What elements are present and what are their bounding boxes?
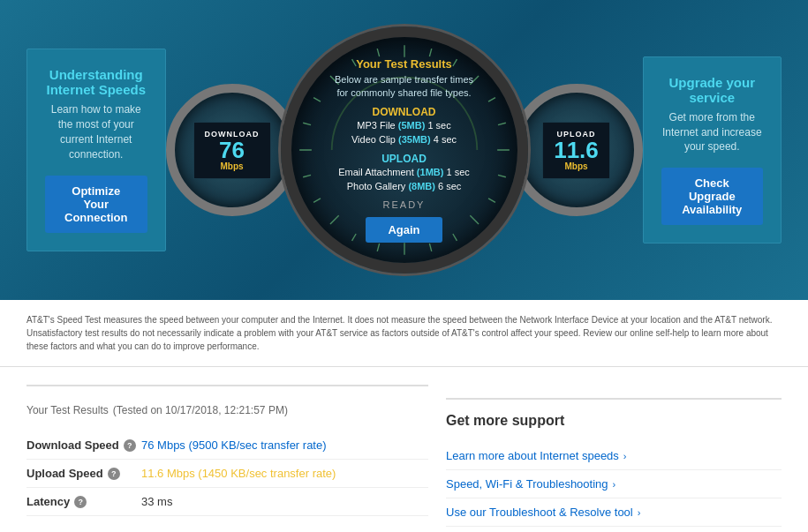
download-gauge-unit: Mbps <box>205 161 260 171</box>
download-gauge: DOWNLOAD 76 Mbps <box>166 84 298 216</box>
optimize-connection-button[interactable]: Optimize Your Connection <box>45 176 147 233</box>
svg-line-20 <box>313 98 321 102</box>
upload-speed-value: 11.6 Mbps (1450 KB/sec transfer rate) <box>141 467 336 480</box>
upload-help-icon[interactable]: ? <box>108 468 120 480</box>
gauge-download-section: DOWNLOAD <box>335 106 473 118</box>
latency-value: 33 ms <box>141 495 172 508</box>
svg-line-4 <box>488 98 495 102</box>
left-card-description: Learn how to make the most of your curre… <box>45 102 147 161</box>
svg-line-8 <box>488 199 495 203</box>
latency-help-icon[interactable]: ? <box>74 496 87 508</box>
svg-line-5 <box>497 123 505 124</box>
again-button[interactable]: Again <box>366 217 442 243</box>
upload-gauge-value: 11.6 <box>554 139 599 161</box>
left-info-card: Understanding Internet Speeds Learn how … <box>26 49 166 251</box>
support-title: Get more support <box>446 398 782 429</box>
results-section: Your Test Results (Tested on 10/17/2018,… <box>0 367 808 532</box>
svg-line-16 <box>313 199 321 203</box>
download-speed-row: Download Speed ? 76 Mbps (9500 KB/sec tr… <box>26 431 428 460</box>
speedometer-container: DOWNLOAD 76 Mbps <box>166 26 643 273</box>
test-results-subtitle: Below are sample transfer timesfor commo… <box>335 73 473 99</box>
download-gauge-value: 76 <box>205 139 260 161</box>
gauge-upload-section: UPLOAD <box>335 153 473 165</box>
support-link-3[interactable]: Use our Troubleshoot & Resolve tool › <box>446 498 782 527</box>
support-panel: Get more support Learn more about Intern… <box>446 385 782 532</box>
upload-speed-row: Upload Speed ? 11.6 Mbps (1450 KB/sec tr… <box>26 460 428 488</box>
left-card-title: Understanding Internet Speeds <box>45 67 147 97</box>
check-upgrade-button[interactable]: Check Upgrade Availability <box>661 168 764 225</box>
download-help-icon[interactable]: ? <box>124 439 136 452</box>
results-panel-title: Your Test Results (Tested on 10/17/2018,… <box>26 400 428 418</box>
download-speed-value: 76 Mbps (9500 KB/sec transfer rate) <box>141 438 327 452</box>
support-link-2[interactable]: Speed, Wi-Fi & Troubleshooting › <box>446 470 782 498</box>
download-speed-label: Download Speed ? <box>26 438 141 452</box>
latency-label: Latency ? <box>26 495 141 508</box>
upload-gauge: UPLOAD 11.6 Mbps <box>510 84 643 216</box>
main-gauge: Your Test Results Below are sample trans… <box>281 26 528 273</box>
right-card-description: Get more from the Internet and increase … <box>661 110 764 154</box>
disclaimer-section: AT&T's Speed Test measures the speed bet… <box>0 300 808 367</box>
chevron-icon-2: › <box>613 479 616 490</box>
gauge-content: Your Test Results Below are sample trans… <box>326 49 482 251</box>
chevron-icon-3: › <box>638 507 641 518</box>
support-link-1[interactable]: Learn more about Internet speeds › <box>446 442 782 470</box>
right-info-card: Upgrade your service Get more from the I… <box>643 56 782 244</box>
right-card-title: Upgrade your service <box>661 75 764 105</box>
disclaimer-text: AT&T's Speed Test measures the speed bet… <box>26 313 782 353</box>
svg-line-19 <box>303 123 311 124</box>
latency-row: Latency ? 33 ms <box>26 488 428 516</box>
main-gauge-container: Your Test Results Below are sample trans… <box>281 26 528 273</box>
gauge-upload-items: Email Attachment (1MB) 1 sec Photo Galle… <box>335 165 473 194</box>
chevron-icon-1: › <box>623 451 627 461</box>
svg-line-7 <box>497 175 505 176</box>
svg-line-17 <box>303 175 311 176</box>
gauge-ready-text: READY <box>335 199 473 210</box>
upload-speed-label: Upload Speed ? <box>26 467 141 480</box>
gauge-download-items: MP3 File (5MB) 1 sec Video Clip (35MB) 4… <box>335 118 473 147</box>
test-results-title: Your Test Results <box>335 57 473 71</box>
results-left-panel: Your Test Results (Tested on 10/17/2018,… <box>26 385 428 532</box>
support-link-4[interactable]: Ask a question in the AT&T Community For… <box>446 527 782 532</box>
